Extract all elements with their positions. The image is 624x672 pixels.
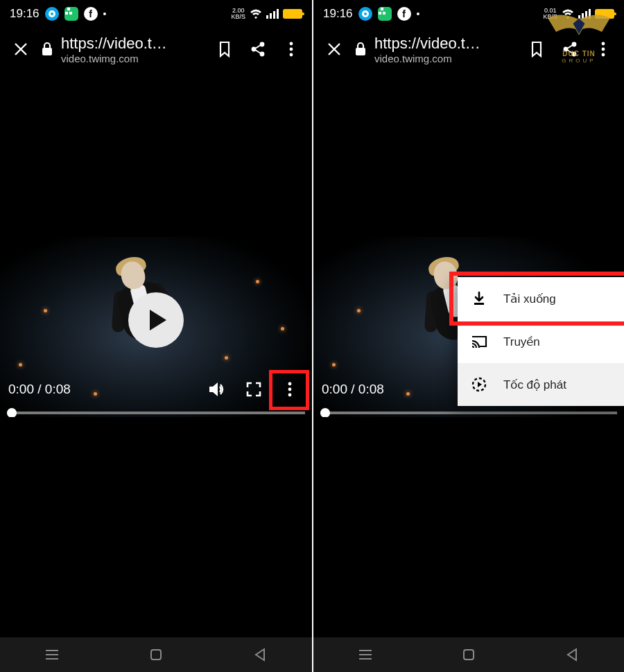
svg-rect-18: [381, 8, 383, 10]
overflow-menu-button[interactable]: [277, 35, 305, 63]
svg-rect-5: [42, 48, 52, 55]
cast-icon: [470, 333, 488, 351]
system-nav-bar: [0, 637, 312, 672]
menu-label: Tốc độ phát: [503, 378, 566, 392]
share-button[interactable]: [244, 35, 272, 63]
recents-button[interactable]: [349, 644, 382, 665]
bookmark-button[interactable]: [523, 35, 551, 63]
battery-icon: [595, 9, 614, 19]
speed-icon: [470, 375, 488, 394]
wifi-icon: [562, 9, 574, 19]
system-nav-bar: [313, 637, 624, 672]
recents-button[interactable]: [35, 644, 69, 665]
phone-right: 19:16 f • 0.01KB/S: [312, 0, 624, 672]
svg-rect-30: [464, 650, 474, 660]
statusbar-facebook-icon: f: [397, 7, 411, 21]
video-frame[interactable]: 0:00 / 0:08: [0, 237, 312, 417]
bookmark-button[interactable]: [211, 35, 239, 63]
cell-signal-icon: [578, 9, 591, 19]
share-button[interactable]: [556, 35, 584, 63]
page-content: 0:00 / 0:08 Tải xuống Truyền: [313, 71, 624, 637]
svg-point-25: [602, 42, 605, 46]
cell-signal-icon: [266, 9, 279, 19]
time-label: 0:00 / 0:08: [8, 382, 196, 397]
phone-left: 19:16 f • 2.00KB/S: [0, 0, 312, 672]
back-button[interactable]: [243, 644, 277, 665]
progress-bar[interactable]: [320, 412, 617, 414]
network-speed: 2.00KB/S: [231, 8, 245, 20]
home-button[interactable]: [452, 644, 485, 665]
svg-rect-20: [383, 12, 385, 15]
page-content: 0:00 / 0:08: [0, 71, 312, 637]
svg-rect-4: [69, 12, 72, 15]
svg-point-17: [364, 12, 367, 15]
svg-point-27: [602, 53, 605, 57]
svg-point-26: [602, 48, 605, 51]
statusbar-more-icon: •: [417, 8, 420, 19]
close-button[interactable]: [320, 35, 348, 63]
video-controls: 0:00 / 0:08: [0, 367, 312, 417]
browser-toolbar: https://video.t… video.twimg.com: [0, 28, 312, 71]
statusbar-app-icon: [45, 7, 59, 21]
svg-rect-19: [379, 12, 381, 15]
svg-rect-2: [67, 8, 70, 10]
svg-point-10: [290, 48, 293, 51]
url-bar[interactable]: https://video.t… video.twimg.com: [374, 35, 480, 64]
clock: 19:16: [10, 7, 40, 21]
status-bar: 19:16 f • 0.01KB/S: [313, 0, 624, 28]
svg-point-9: [290, 42, 293, 46]
browser-toolbar: https://video.t… video.twimg.com: [313, 28, 624, 71]
svg-point-1: [51, 12, 53, 15]
highlight-box: [269, 370, 309, 410]
network-speed: 0.01KB/S: [543, 8, 557, 20]
statusbar-facebook-icon: f: [84, 7, 98, 21]
wifi-icon: [250, 9, 262, 19]
progress-bar[interactable]: [7, 412, 305, 414]
home-button[interactable]: [139, 644, 173, 665]
fullscreen-button[interactable]: [240, 375, 268, 403]
highlight-box: [449, 272, 624, 326]
svg-rect-3: [65, 12, 68, 15]
back-button[interactable]: [555, 644, 589, 665]
play-button[interactable]: [128, 292, 184, 348]
statusbar-sim-icon: [64, 7, 78, 21]
statusbar-app-icon: [358, 7, 372, 21]
menu-cast[interactable]: Truyền: [458, 320, 624, 363]
overflow-menu-button[interactable]: [589, 35, 617, 63]
clock: 19:16: [323, 7, 353, 21]
statusbar-more-icon: •: [103, 8, 107, 19]
lock-icon: [40, 42, 54, 57]
menu-speed[interactable]: Tốc độ phát: [458, 363, 624, 406]
svg-rect-21: [356, 48, 365, 55]
svg-rect-15: [151, 650, 161, 660]
lock-icon: [354, 42, 367, 57]
close-button[interactable]: [7, 35, 35, 63]
status-bar: 19:16 f • 2.00KB/S: [0, 0, 312, 28]
svg-point-11: [290, 53, 293, 57]
battery-icon: [283, 9, 302, 19]
statusbar-sim-icon: [378, 7, 392, 21]
url-bar[interactable]: https://video.t… video.twimg.com: [61, 35, 167, 64]
menu-label: Truyền: [503, 335, 540, 349]
volume-button[interactable]: [204, 375, 232, 403]
